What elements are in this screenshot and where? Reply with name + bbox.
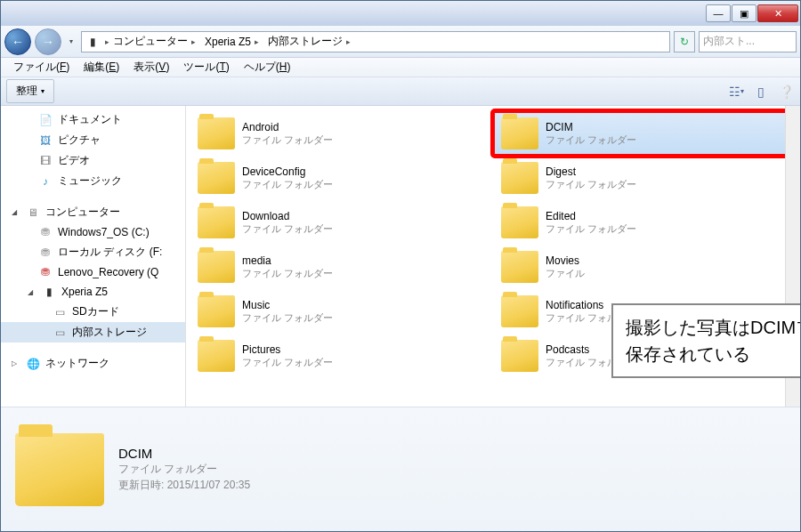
- back-button[interactable]: ←: [4, 28, 31, 55]
- phone-icon: ▮: [42, 285, 56, 299]
- folder-type: ファイル フォルダー: [242, 178, 333, 191]
- network-icon: 🌐: [26, 357, 40, 371]
- folder-icon: [501, 206, 538, 238]
- folder-type: ファイル フォルダー: [242, 356, 333, 369]
- folder-icon: [501, 162, 538, 194]
- explorer-window: — ▣ ✕ ← → ▾ ▮ ▸コンピューター▸ Xperia Z5▸ 内部ストレ…: [0, 0, 801, 532]
- folder-type: ファイル フォルダー: [242, 267, 333, 280]
- picture-icon: 🖼: [38, 133, 53, 148]
- folder-name: media: [242, 254, 333, 267]
- expand-icon: ◢: [28, 288, 36, 296]
- folder-name: Music: [242, 299, 333, 311]
- tree-item-music[interactable]: ♪ミュージック: [1, 171, 185, 191]
- folder-icon: [198, 206, 235, 238]
- menu-help[interactable]: ヘルプ(H): [237, 58, 298, 77]
- toolbar: 整理 ▾ ☷ ▾ ▯ ❔: [1, 77, 800, 106]
- drive-icon: ⛃: [38, 265, 53, 279]
- menu-tools[interactable]: ツール(T): [176, 58, 236, 77]
- titlebar: — ▣ ✕: [1, 1, 800, 26]
- address-bar[interactable]: ▮ ▸コンピューター▸ Xperia Z5▸ 内部ストレージ▸: [81, 31, 670, 52]
- nav-history-dropdown[interactable]: ▾: [65, 33, 77, 51]
- folder-icon: [501, 295, 538, 327]
- menu-edit[interactable]: 編集(E): [77, 58, 126, 77]
- folder-pictures[interactable]: Picturesファイル フォルダー: [190, 334, 493, 378]
- menu-file[interactable]: ファイル(F): [6, 58, 77, 77]
- folder-name: Pictures: [242, 343, 333, 356]
- tree-item-xperia[interactable]: ◢▮Xperia Z5: [1, 282, 185, 302]
- tree-item-internal-storage[interactable]: ▭内部ストレージ: [1, 322, 185, 343]
- menu-view[interactable]: 表示(V): [126, 58, 176, 77]
- annotation-callout: 撮影した写真はDCIMフォルダーの中に保存されている: [611, 303, 800, 378]
- folder-type: ファイル フォルダー: [242, 222, 333, 236]
- tree-item-videos[interactable]: 🎞ビデオ: [1, 150, 185, 171]
- folder-type: ファイル: [546, 267, 585, 280]
- breadcrumb[interactable]: 内部ストレージ▸: [264, 32, 354, 51]
- search-input[interactable]: 内部スト...: [699, 31, 797, 52]
- folder-type: ファイル フォルダー: [546, 178, 636, 191]
- tree-label: ピクチャ: [58, 133, 101, 148]
- tree-label: 内部ストレージ: [72, 325, 147, 340]
- folder-name: Download: [242, 210, 333, 222]
- crumb-label: コンピューター: [113, 34, 188, 49]
- tree-label: ネットワーク: [45, 356, 109, 371]
- tree-item-drive-c[interactable]: ⛃Windows7_OS (C:): [1, 222, 185, 242]
- drive-icon: ⛃: [38, 246, 53, 260]
- view-options-icon[interactable]: ☷ ▾: [727, 83, 745, 101]
- nav-bar: ← → ▾ ▮ ▸コンピューター▸ Xperia Z5▸ 内部ストレージ▸ ↻ …: [1, 26, 800, 58]
- folder-edited[interactable]: Editedファイル フォルダー: [493, 200, 797, 245]
- tree-label: Lenovo_Recovery (Q: [58, 266, 158, 278]
- maximize-button[interactable]: ▣: [732, 4, 756, 22]
- folder-digest[interactable]: Digestファイル フォルダー: [493, 156, 797, 200]
- tree-item-pictures[interactable]: 🖼ピクチャ: [1, 130, 185, 150]
- menu-bar: ファイル(F) 編集(E) 表示(V) ツール(T) ヘルプ(H): [1, 58, 800, 77]
- video-icon: 🎞: [38, 154, 53, 168]
- body: 📄ドキュメント 🖼ピクチャ 🎞ビデオ ♪ミュージック ◢🖥コンピューター ⛃Wi…: [1, 106, 800, 407]
- expand-icon: ◢: [12, 208, 20, 216]
- tree-item-network[interactable]: ▷🌐ネットワーク: [1, 353, 185, 374]
- folder-icon: [198, 117, 235, 149]
- folder-name: Movies: [546, 254, 585, 267]
- folder-android[interactable]: Androidファイル フォルダー: [190, 111, 493, 156]
- folder-type: ファイル フォルダー: [242, 133, 333, 147]
- folder-type: ファイル フォルダー: [242, 311, 333, 325]
- folder-icon: [198, 162, 235, 194]
- content-pane: Androidファイル フォルダー DCIMファイル フォルダー DeviceC…: [186, 106, 800, 407]
- folder-name: Android: [242, 121, 333, 133]
- organize-label: 整理: [16, 84, 37, 99]
- breadcrumb[interactable]: Xperia Z5▸: [201, 34, 263, 50]
- tree-label: Windows7_OS (C:): [58, 226, 150, 238]
- refresh-button[interactable]: ↻: [674, 31, 695, 52]
- crumb-label: Xperia Z5: [205, 36, 251, 48]
- tree-item-documents[interactable]: 📄ドキュメント: [1, 109, 185, 130]
- document-icon: 📄: [38, 113, 53, 127]
- chevron-down-icon: ▾: [41, 87, 44, 95]
- minimize-button[interactable]: —: [706, 4, 731, 22]
- forward-button[interactable]: →: [35, 28, 61, 55]
- organize-button[interactable]: 整理 ▾: [6, 79, 54, 103]
- tree-item-drive-f[interactable]: ⛃ローカル ディスク (F:: [1, 242, 185, 262]
- navigation-tree: 📄ドキュメント 🖼ピクチャ 🎞ビデオ ♪ミュージック ◢🖥コンピューター ⛃Wi…: [1, 106, 186, 407]
- breadcrumb[interactable]: ▸コンピューター▸: [101, 32, 199, 51]
- folder-icon-large: [15, 433, 104, 506]
- folder-icon: [198, 251, 235, 283]
- folder-type: ファイル フォルダー: [546, 222, 636, 236]
- details-type: ファイル フォルダー: [118, 462, 250, 477]
- expand-icon: ▷: [12, 359, 20, 367]
- folder-download[interactable]: Downloadファイル フォルダー: [190, 200, 493, 245]
- folder-media[interactable]: mediaファイル フォルダー: [190, 245, 493, 289]
- folder-movies[interactable]: Moviesファイル: [493, 245, 797, 289]
- folder-deviceconfig[interactable]: DeviceConfigファイル フォルダー: [190, 156, 493, 200]
- tree-label: ドキュメント: [58, 112, 122, 127]
- preview-pane-icon[interactable]: ▯: [752, 83, 770, 101]
- details-date: 更新日時: 2015/11/07 20:35: [118, 478, 250, 493]
- tree-item-computer[interactable]: ◢🖥コンピューター: [1, 202, 185, 222]
- close-button[interactable]: ✕: [757, 4, 798, 22]
- tree-item-sdcard[interactable]: ▭SDカード: [1, 302, 185, 322]
- folder-dcim[interactable]: DCIMファイル フォルダー: [493, 111, 797, 156]
- folder-icon: [501, 117, 538, 149]
- tree-item-drive-recovery[interactable]: ⛃Lenovo_Recovery (Q: [1, 262, 185, 282]
- help-icon[interactable]: ❔: [777, 83, 795, 101]
- folder-name: Edited: [546, 210, 636, 222]
- tree-label: SDカード: [72, 304, 119, 319]
- folder-music[interactable]: Musicファイル フォルダー: [190, 289, 493, 334]
